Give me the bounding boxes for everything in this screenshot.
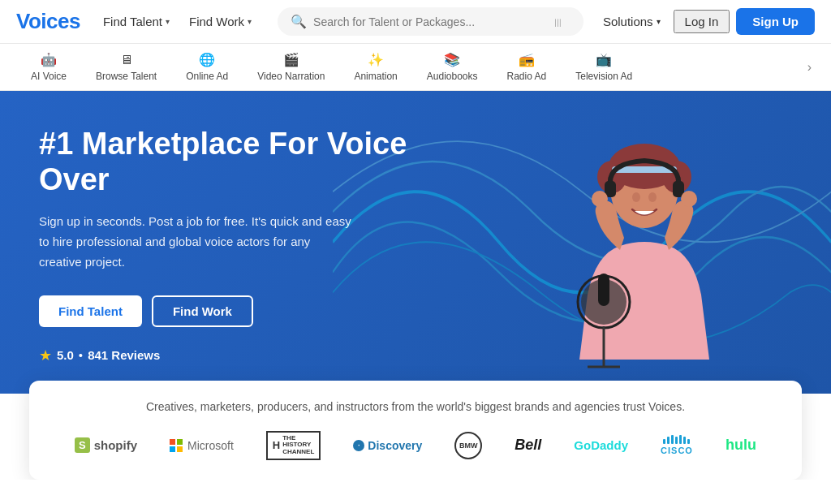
rating-count: 841 Reviews — [88, 348, 160, 362]
sub-nav-item-television-ad[interactable]: 📺 Television Ad — [561, 44, 647, 90]
microsoft-logo: Microsoft — [170, 439, 234, 452]
trust-section: Creatives, marketers, producers, and ins… — [29, 381, 802, 480]
animation-icon: ✨ — [368, 52, 384, 67]
sub-nav-item-radio-ad[interactable]: 📻 Radio Ad — [493, 44, 562, 90]
browse-talent-icon: 🖥 — [120, 53, 133, 67]
solutions-menu[interactable]: Solutions ▾ — [596, 11, 667, 32]
radio-ad-icon: 📻 — [519, 52, 535, 67]
svg-point-10 — [681, 191, 697, 207]
discovery-circle-icon: · — [353, 440, 364, 451]
rating-separator: • — [79, 348, 83, 362]
header: Voices Find Talent ▾ Find Work ▾ 🔍 ⫼ Sol… — [0, 0, 831, 44]
sub-nav: 🤖 AI Voice 🖥 Browse Talent 🌐 Online Ad 🎬… — [0, 44, 831, 91]
television-ad-icon: 📺 — [596, 52, 612, 67]
trust-text: Creatives, marketers, producers, and ins… — [62, 400, 769, 413]
bmw-logo: BMW — [454, 432, 482, 459]
search-icon: 🔍 — [291, 14, 307, 29]
cisco-logo: CISCO — [661, 435, 693, 455]
solutions-arrow-icon: ▾ — [657, 17, 661, 26]
ai-voice-icon: 🤖 — [41, 52, 57, 67]
microsoft-grid-icon — [170, 439, 183, 452]
signup-button[interactable]: Sign Up — [736, 8, 815, 35]
sub-nav-item-audiobooks[interactable]: 📚 Audiobooks — [412, 44, 493, 90]
sub-nav-more[interactable]: › — [804, 52, 815, 83]
hero-person — [523, 99, 766, 394]
history-channel-logo: H THEHISTORYCHANNEL — [266, 431, 321, 460]
sub-nav-item-ai-voice[interactable]: 🤖 AI Voice — [16, 44, 81, 90]
hero-rating: ★ 5.0 • 841 Reviews — [39, 347, 428, 364]
audiobooks-icon: 📚 — [444, 52, 460, 67]
sub-nav-item-video-narration[interactable]: 🎬 Video Narration — [243, 44, 339, 90]
hero-find-talent-button[interactable]: Find Talent — [39, 295, 142, 327]
search-input[interactable] — [313, 15, 546, 28]
shopify-icon: S — [75, 437, 90, 453]
svg-point-9 — [592, 191, 608, 207]
hero-content: #1 Marketplace For Voice Over Sign up in… — [39, 127, 428, 364]
history-h-icon: H — [273, 439, 280, 451]
godaddy-logo: GoDaddy — [574, 438, 628, 452]
hero-title: #1 Marketplace For Voice Over — [39, 127, 428, 197]
search-bar: 🔍 ⫼ — [278, 7, 583, 36]
login-button[interactable]: Log In — [674, 10, 730, 33]
cisco-bars-icon — [663, 435, 690, 444]
rating-score: 5.0 — [57, 348, 74, 362]
hero-subtitle: Sign up in seconds. Post a job for free.… — [39, 212, 355, 272]
find-work-arrow-icon: ▾ — [248, 17, 252, 26]
logo[interactable]: Voices — [16, 9, 80, 34]
hero-microphone — [571, 261, 636, 377]
hero-find-work-button[interactable]: Find Work — [152, 295, 253, 327]
star-icon: ★ — [39, 347, 52, 364]
svg-point-5 — [632, 192, 640, 202]
discovery-logo: · Discovery — [353, 439, 422, 452]
find-talent-arrow-icon: ▾ — [166, 17, 170, 26]
shopify-logo: S shopify — [75, 437, 137, 453]
bell-logo: Bell — [515, 437, 541, 454]
brand-logos: S shopify Microsoft H THEHISTORYCHANNEL … — [62, 431, 769, 460]
hero-section: #1 Marketplace For Voice Over Sign up in… — [0, 91, 831, 394]
nav-find-talent[interactable]: Find Talent ▾ — [97, 11, 176, 32]
svg-point-6 — [648, 192, 657, 202]
video-narration-icon: 🎬 — [283, 52, 299, 67]
nav-find-work[interactable]: Find Work ▾ — [183, 11, 258, 32]
search-filter-icon[interactable]: ⫼ — [553, 15, 564, 28]
hulu-logo: hulu — [726, 437, 756, 454]
svg-rect-13 — [598, 274, 609, 306]
sub-nav-item-animation[interactable]: ✨ Animation — [339, 44, 411, 90]
sub-nav-item-browse-talent[interactable]: 🖥 Browse Talent — [81, 45, 171, 90]
hero-cta-buttons: Find Talent Find Work — [39, 295, 428, 327]
online-ad-icon: 🌐 — [199, 52, 215, 67]
sub-nav-item-online-ad[interactable]: 🌐 Online Ad — [171, 44, 243, 90]
